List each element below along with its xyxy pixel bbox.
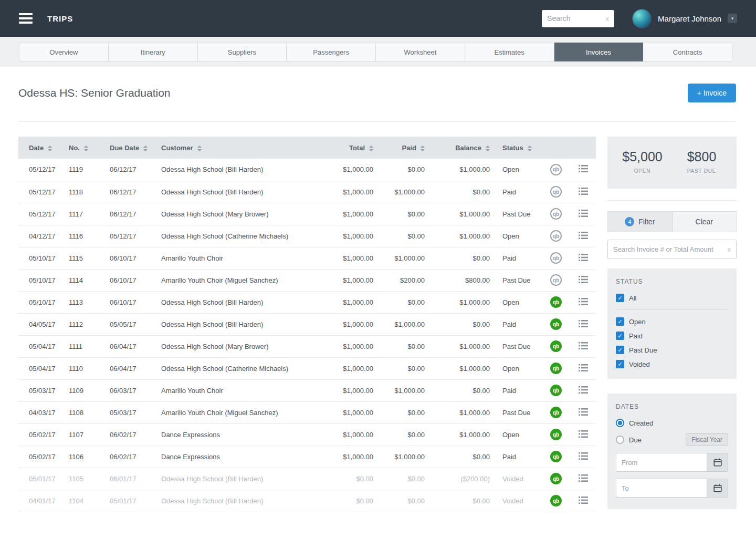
date-to-input[interactable] <box>616 479 707 498</box>
invoice-row[interactable]: 05/10/17 1113 06/10/17 Odessa High Schoo… <box>18 291 596 313</box>
invoice-row[interactable]: 04/12/17 1116 05/12/17 Odessa High Schoo… <box>18 225 596 247</box>
quickbooks-icon[interactable]: qb <box>550 208 562 220</box>
checkbox-past-due[interactable] <box>616 346 624 354</box>
checkbox-paid[interactable] <box>616 332 624 340</box>
invoice-row[interactable]: 05/12/17 1119 06/12/17 Odessa High Schoo… <box>18 159 596 181</box>
column-header-customer[interactable]: Customer <box>155 137 328 159</box>
cell-customer: Amarillo Youth Choir <box>155 379 328 401</box>
add-invoice-button[interactable]: + Invoice <box>688 84 736 102</box>
clear-filters-button[interactable]: Clear <box>672 212 737 232</box>
quickbooks-icon[interactable]: qb <box>550 473 562 484</box>
row-actions-list-icon[interactable] <box>579 320 588 329</box>
tab-passengers[interactable]: Passengers <box>287 43 376 61</box>
quickbooks-icon[interactable]: qb <box>550 407 562 418</box>
filter-button[interactable]: 4 Filter <box>608 212 672 232</box>
column-header-status[interactable]: Status <box>496 137 541 159</box>
quickbooks-icon[interactable]: qb <box>550 296 562 308</box>
column-header-no[interactable]: No. <box>62 137 103 159</box>
row-actions-list-icon[interactable] <box>579 496 588 505</box>
quickbooks-icon[interactable]: qb <box>550 274 562 286</box>
cell-date: 05/02/17 <box>18 446 62 468</box>
row-actions-list-icon[interactable] <box>579 430 588 439</box>
hamburger-menu-icon[interactable] <box>19 13 33 24</box>
row-actions-list-icon[interactable] <box>579 474 588 483</box>
status-option-all[interactable]: All <box>616 294 728 302</box>
row-actions-list-icon[interactable] <box>579 232 588 241</box>
global-search-input[interactable] <box>547 14 603 23</box>
invoice-row[interactable]: 05/01/17 1105 06/01/17 Odessa High Schoo… <box>18 468 596 490</box>
quickbooks-icon[interactable]: qb <box>550 230 562 242</box>
invoice-row[interactable]: 05/12/17 1117 06/12/17 Odessa High Schoo… <box>18 203 596 225</box>
invoice-row[interactable]: 04/03/17 1108 05/03/17 Amarillo Youth Ch… <box>18 401 596 423</box>
radio-created[interactable] <box>616 419 624 427</box>
row-actions-list-icon[interactable] <box>579 364 588 373</box>
row-actions-list-icon[interactable] <box>579 408 588 417</box>
row-actions-list-icon[interactable] <box>579 452 588 461</box>
quickbooks-icon[interactable]: qb <box>550 385 562 396</box>
tab-itinerary[interactable]: Itinerary <box>109 43 198 61</box>
column-header-paid[interactable]: Paid <box>380 137 431 159</box>
date-from-input[interactable] <box>616 453 707 472</box>
column-header-date[interactable]: Date <box>18 137 62 159</box>
checkbox-open[interactable] <box>616 317 624 326</box>
invoice-row[interactable]: 05/03/17 1109 06/03/17 Amarillo Youth Ch… <box>18 379 596 401</box>
calendar-to-icon[interactable] <box>707 479 728 498</box>
quickbooks-icon[interactable]: qb <box>550 252 562 264</box>
tab-suppliers[interactable]: Suppliers <box>198 43 287 61</box>
invoice-row[interactable]: 05/04/17 1110 06/04/17 Odessa High Schoo… <box>18 357 596 379</box>
invoice-search-input[interactable] <box>613 245 724 253</box>
cell-total: $1,000.00 <box>328 446 380 468</box>
cell-status: Past Due <box>496 335 541 357</box>
row-actions-list-icon[interactable] <box>579 188 588 196</box>
row-actions-list-icon[interactable] <box>579 276 588 285</box>
invoice-search-clear-icon[interactable]: x <box>724 245 731 253</box>
cell-total: $1,000.00 <box>328 401 380 423</box>
calendar-from-icon[interactable] <box>707 453 728 472</box>
column-header-total[interactable]: Total <box>328 137 380 159</box>
invoice-row[interactable]: 05/10/17 1114 06/10/17 Amarillo Youth Ch… <box>18 269 596 291</box>
row-actions-list-icon[interactable] <box>579 210 588 219</box>
quickbooks-icon[interactable]: qb <box>550 186 562 198</box>
invoice-row[interactable]: 04/01/17 1104 05/01/17 Odessa High Schoo… <box>18 490 596 512</box>
cell-balance: $1,000.00 <box>431 357 496 379</box>
invoice-row[interactable]: 05/12/17 1118 06/12/17 Odessa High Schoo… <box>18 181 596 203</box>
status-option-open[interactable]: Open <box>616 317 728 326</box>
status-option-voided[interactable]: Voided <box>616 360 728 368</box>
tab-invoices[interactable]: Invoices <box>554 43 644 61</box>
invoice-row[interactable]: 05/02/17 1106 06/02/17 Dance Expressions… <box>18 446 596 468</box>
tab-contracts[interactable]: Contracts <box>643 43 732 61</box>
invoice-row[interactable]: 04/05/17 1112 05/05/17 Odessa High Schoo… <box>18 313 596 335</box>
tab-bar: Overview Itinerary Suppliers Passengers … <box>0 37 756 67</box>
quickbooks-icon[interactable]: qb <box>550 495 562 506</box>
column-header-balance[interactable]: Balance <box>431 137 496 159</box>
quickbooks-icon[interactable]: qb <box>550 340 562 352</box>
status-option-paid[interactable]: Paid <box>616 332 728 340</box>
quickbooks-icon[interactable]: qb <box>550 451 562 462</box>
status-option-past-due[interactable]: Past Due <box>616 346 728 354</box>
search-clear-icon[interactable]: x <box>603 15 610 23</box>
invoice-row[interactable]: 05/10/17 1115 06/10/17 Amarillo Youth Ch… <box>18 247 596 269</box>
fiscal-year-button[interactable]: Fiscal Year <box>686 433 728 446</box>
user-menu-caret-icon[interactable]: ▾ <box>728 14 737 23</box>
quickbooks-icon[interactable]: qb <box>550 164 562 175</box>
date-option-due[interactable]: Due Fiscal Year <box>616 433 728 446</box>
tab-overview[interactable]: Overview <box>19 43 109 61</box>
tab-worksheet[interactable]: Worksheet <box>376 43 465 61</box>
radio-due[interactable] <box>616 436 624 444</box>
checkbox-all[interactable] <box>616 294 624 302</box>
quickbooks-icon[interactable]: qb <box>550 363 562 374</box>
date-option-created[interactable]: Created <box>616 419 728 427</box>
row-actions-list-icon[interactable] <box>579 386 588 395</box>
invoice-row[interactable]: 05/04/17 1111 06/04/17 Odessa High Schoo… <box>18 335 596 357</box>
quickbooks-icon[interactable]: qb <box>550 318 562 330</box>
invoice-row[interactable]: 05/02/17 1107 06/02/17 Dance Expressions… <box>18 423 596 446</box>
quickbooks-icon[interactable]: qb <box>550 429 562 440</box>
row-actions-list-icon[interactable] <box>579 254 588 263</box>
row-actions-list-icon[interactable] <box>579 298 588 307</box>
row-actions-list-icon[interactable] <box>579 342 588 351</box>
column-header-due-date[interactable]: Due Date <box>103 137 155 159</box>
row-actions-list-icon[interactable] <box>579 165 588 174</box>
tab-estimates[interactable]: Estimates <box>465 43 554 61</box>
user-avatar[interactable] <box>632 9 652 28</box>
checkbox-voided[interactable] <box>616 360 624 368</box>
